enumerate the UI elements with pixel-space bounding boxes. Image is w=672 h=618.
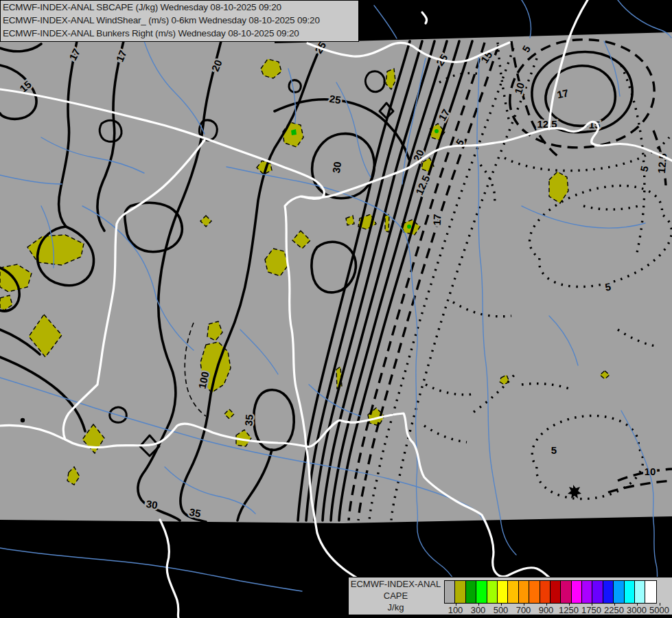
legend-color-cell: [455, 581, 465, 603]
contour-label: 35: [189, 506, 202, 520]
legend-color-cell: [582, 581, 592, 603]
legend-color-cell: [603, 581, 614, 603]
legend-color-cell: [551, 581, 561, 603]
legend-param-label: CAPE: [349, 590, 443, 602]
legend-source-label: ECMWF-INDEX-ANAL: [349, 578, 443, 590]
legend-color-cell: [498, 581, 508, 603]
contour-label: 30: [146, 498, 159, 511]
weather-map-screen: 1517172025253025155172012.51751012.51517…: [0, 0, 672, 618]
legend-color-cell: [645, 581, 656, 603]
legend-tick-label: 5000: [649, 605, 669, 615]
legend-tick-row: 10030050070090012501750225030005000: [444, 603, 671, 615]
legend-color-cell: [519, 581, 529, 603]
legend-tick-label: 900: [539, 605, 554, 615]
legend-tick-label: 3000: [627, 605, 647, 615]
legend-tick-label: 1250: [559, 605, 579, 615]
legend-tick-label: 100: [448, 605, 463, 615]
legend-color-cell: [476, 581, 487, 603]
contour-label: 35: [242, 414, 255, 426]
title-block: ECMWF-INDEX-ANAL SBCAPE (J/kg) Wednesday…: [0, 0, 359, 42]
legend-tick-label: 700: [516, 605, 531, 615]
legend-color-cell: [572, 581, 582, 603]
legend-color-cell: [487, 581, 498, 603]
title-line-windshear: ECMWF-INDEX-ANAL WindShear_ (m/s) 0-6km …: [1, 14, 358, 27]
legend-color-cell: [614, 581, 624, 603]
title-line-sbcape: ECMWF-INDEX-ANAL SBCAPE (J/kg) Wednesday…: [1, 1, 358, 14]
legend-color-bar: [444, 580, 657, 604]
legend-tick-label: 500: [494, 605, 509, 615]
cape-legend: ECMWF-INDEX-ANAL CAPE J/kg 1003005007009…: [348, 577, 672, 615]
contour-label: 17: [431, 214, 443, 225]
contour-map: 1517172025253025155172012.51751012.51517…: [0, 0, 672, 618]
legend-color-cell: [635, 581, 645, 603]
contour-label: 25: [329, 93, 342, 106]
legend-tick-label: 300: [471, 605, 486, 615]
legend-tick-label: 1750: [581, 605, 601, 615]
legend-color-cell: [592, 581, 603, 603]
legend-tick-label: 2250: [604, 605, 624, 615]
legend-color-cell: [625, 581, 635, 603]
legend-color-cell: [508, 581, 518, 603]
legend-text-column: ECMWF-INDEX-ANAL CAPE J/kg: [349, 578, 443, 613]
contour-label: 17: [556, 87, 570, 100]
legend-unit-label: J/kg: [349, 602, 443, 613]
legend-color-cell: [445, 581, 455, 603]
contour-label: 30: [330, 161, 343, 174]
legend-color-cell: [561, 581, 571, 603]
title-line-bunkers: ECMWF-INDEX-ANAL Bunkers Right (m/s) Wed…: [1, 27, 358, 40]
legend-color-cell: [529, 581, 540, 603]
legend-color-cell: [466, 581, 476, 603]
legend-color-cell: [540, 581, 551, 603]
contour-label: 5: [551, 444, 557, 456]
